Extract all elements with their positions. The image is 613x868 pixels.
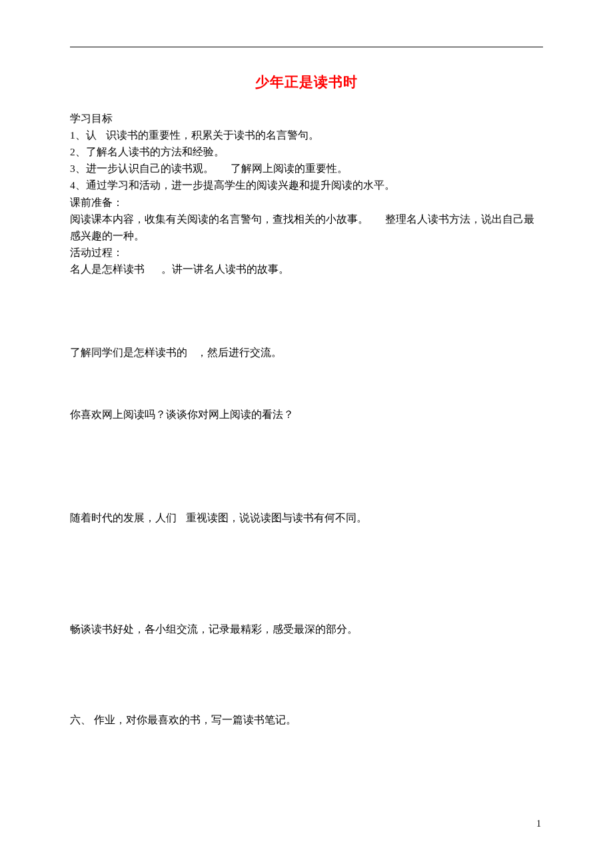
activity-heading: 活动过程：: [70, 244, 543, 261]
goal-item-1: 1、认识读书的重要性，积累关于读书的名言警句。: [70, 127, 543, 143]
vertical-gap: [70, 423, 543, 509]
activity-4-text-b: 重视读图，说说读图与读书有何不同。: [186, 512, 367, 523]
document-title: 少年正是读书时: [70, 73, 543, 91]
activity-1-text-b: 。讲一讲名人读书的故事。: [161, 263, 289, 275]
activity-2-text-b: ，然后进行交流。: [197, 347, 282, 358]
goal-item-3: 3、进一步认识自己的读书观。了解网上阅读的重要性。: [70, 160, 543, 177]
activity-item-4: 随着时代的发展，人们重视读图，说说读图与读书有何不同。: [70, 509, 543, 526]
vertical-gap: [70, 526, 543, 621]
activity-item-5: 畅谈读书好处，各小组交流，记录最精彩，感受最深的部分。: [70, 621, 543, 637]
prep-text-a: 阅读课本内容，收集有关阅读的名言警句，查找相关的小故事。: [70, 213, 368, 225]
goal-item-4: 4、通过学习和活动，进一步提高学生的阅读兴趣和提升阅读的水平。: [70, 177, 543, 193]
activity-item-2: 了解同学们是怎样读书的，然后进行交流。: [70, 344, 543, 361]
vertical-gap: [70, 638, 543, 711]
activity-item-1: 名人是怎样读书。讲一讲名人读书的故事。: [70, 261, 543, 277]
document-page: 少年正是读书时 学习目标 1、认识读书的重要性，积累关于读书的名言警句。 2、了…: [0, 0, 613, 868]
goal-3-text-a: 3、进一步认识自己的读书观。: [70, 163, 214, 174]
document-body: 学习目标 1、认识读书的重要性，积累关于读书的名言警句。 2、了解名人读书的方法…: [70, 110, 543, 728]
goal-item-2: 2、了解名人读书的方法和经验。: [70, 143, 543, 160]
prep-line: 阅读课本内容，收集有关阅读的名言警句，查找相关的小故事。整理名人读书方法，说出自…: [70, 211, 543, 244]
vertical-gap: [70, 277, 543, 344]
goal-1-text-b: 识读书的重要性，积累关于读书的名言警句。: [106, 129, 319, 141]
vertical-gap: [70, 361, 543, 406]
page-number: 1: [536, 819, 541, 829]
learning-goal-heading: 学习目标: [70, 110, 543, 127]
activity-item-6: 六、 作业，对你最喜欢的书，写一篇读书笔记。: [70, 711, 543, 728]
horizontal-rule: [70, 47, 543, 47]
prep-heading: 课前准备：: [70, 194, 543, 211]
activity-item-3: 你喜欢网上阅读吗？谈谈你对网上阅读的看法？: [70, 406, 543, 423]
goal-3-text-b: 了解网上阅读的重要性。: [231, 163, 348, 174]
activity-2-text-a: 了解同学们是怎样读书的: [70, 347, 187, 358]
prep-text-b: 整理名人读书方法，: [385, 213, 481, 225]
activity-4-text-a: 随着时代的发展，人们: [70, 512, 177, 523]
activity-1-text-a: 名人是怎样读书: [70, 263, 145, 275]
goal-1-text-a: 1、认: [70, 129, 97, 141]
